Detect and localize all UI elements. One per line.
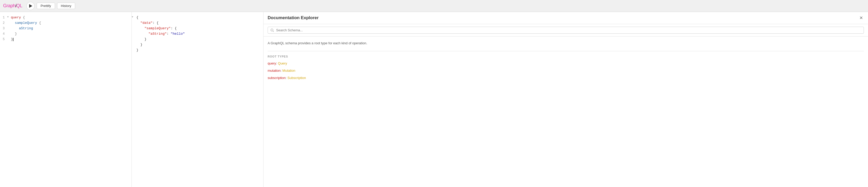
doc-pane: Documentation Explorer × A GraphQL schem… [264,12,868,187]
run-button[interactable] [26,2,35,10]
close-button[interactable]: × [859,15,864,21]
result-content-3: "sampleQuery": { [136,26,260,31]
result-content-6: } [136,42,260,48]
search-area [264,24,868,36]
result-arrow-6 [132,42,136,43]
code-line-1: 1 ▼ query { [0,15,131,21]
root-type-mutation: mutation: Mutation [268,69,864,73]
results-pane: ▼ { "data": { "sampleQuery": { "aString"… [132,12,264,187]
line-num-2: 2 [0,21,7,26]
line-arrow-5 [7,37,11,37]
code-line-4: 4 } [0,31,131,37]
root-type-query: query: Query [268,61,864,66]
root-type-subscription-colon: : [285,76,287,80]
doc-title: Documentation Explorer [268,15,318,21]
root-type-subscription-key[interactable]: subscription [268,76,285,80]
toolbar: GraphiQL Prettify History [0,0,868,12]
play-icon [29,4,32,8]
result-content-5: } [136,37,260,42]
line-num-1: 1 [0,15,7,20]
code-line-3: 3 aString [0,26,131,31]
result-arrow-5 [132,37,136,37]
doc-header: Documentation Explorer × [264,12,868,24]
code-line-2: 2 sampleQuery { [0,21,131,26]
root-types-section: ROOT TYPES query: Query mutation: Mutati… [268,51,864,81]
result-line-1: ▼ { [132,15,263,21]
root-types-label: ROOT TYPES [268,55,864,58]
root-type-mutation-value[interactable]: Mutation [282,69,295,73]
line-num-4: 4 [0,31,7,36]
line-content-3: aString [11,26,128,31]
result-content-2: "data": { [136,21,260,26]
result-line-5: } [132,37,263,42]
result-content-1: { [136,15,260,21]
root-type-subscription: subscription: Subscription [268,76,864,80]
line-content-4: } [11,31,128,37]
doc-body: A GraphQL schema provides a root type fo… [264,36,868,187]
search-wrapper [268,27,864,34]
root-type-query-key[interactable]: query [268,61,276,65]
app-title-text: GraphiQL [3,3,22,8]
app-title: GraphiQL [3,3,22,8]
line-content-2: sampleQuery { [11,21,128,26]
history-button[interactable]: History [57,3,75,9]
result-arrow-7 [132,48,136,48]
svg-line-1 [273,31,274,32]
result-line-6: } [132,42,263,48]
search-icon [271,28,274,32]
code-line-5: 5 } [0,37,131,42]
root-type-query-colon: : [276,61,278,65]
result-line-3: "sampleQuery": { [132,26,263,31]
doc-description: A GraphQL schema provides a root type fo… [268,41,864,46]
line-content-1: query { [11,15,128,21]
result-line-7: } [132,48,263,53]
result-arrow-4 [132,31,136,32]
result-arrow-1[interactable]: ▼ [132,15,136,19]
svg-point-0 [271,29,273,31]
root-type-subscription-value[interactable]: Subscription [287,76,306,80]
main-area: 1 ▼ query { 2 sampleQuery { 3 aString 4 [0,12,868,187]
line-num-5: 5 [0,37,7,42]
line-content-5: } [11,37,128,42]
results-display: ▼ { "data": { "sampleQuery": { "aString"… [132,12,263,187]
result-content-4: "aString": "hello" [136,31,260,37]
root-type-mutation-key[interactable]: mutation [268,69,281,73]
prettify-button[interactable]: Prettify [37,3,55,9]
line-arrow-4 [7,31,11,32]
result-content-7: } [136,48,260,53]
editor-pane: 1 ▼ query { 2 sampleQuery { 3 aString 4 [0,12,132,187]
result-line-2: "data": { [132,21,263,26]
query-editor[interactable]: 1 ▼ query { 2 sampleQuery { 3 aString 4 [0,12,131,187]
line-num-3: 3 [0,26,7,31]
line-arrow-1[interactable]: ▼ [7,15,11,19]
root-type-query-value[interactable]: Query [278,61,287,65]
result-line-4: "aString": "hello" [132,31,263,37]
search-input[interactable] [276,28,861,32]
